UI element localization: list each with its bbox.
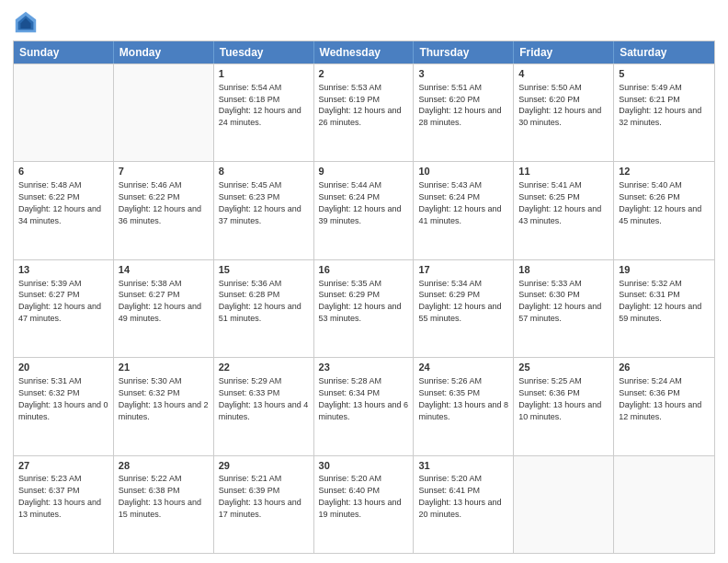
cal-cell-26: 26Sunrise: 5:24 AM Sunset: 6:36 PM Dayli… bbox=[614, 358, 714, 454]
header-day-wednesday: Wednesday bbox=[314, 41, 415, 63]
header-day-monday: Monday bbox=[114, 41, 214, 63]
calendar-row-3: 13Sunrise: 5:39 AM Sunset: 6:27 PM Dayli… bbox=[14, 259, 714, 357]
logo bbox=[13, 9, 42, 35]
cal-cell-3: 3Sunrise: 5:51 AM Sunset: 6:20 PM Daylig… bbox=[414, 64, 514, 161]
cal-cell-empty-4-5 bbox=[514, 456, 614, 553]
day-info: Sunrise: 5:48 AM Sunset: 6:22 PM Dayligh… bbox=[18, 180, 101, 224]
day-info: Sunrise: 5:31 AM Sunset: 6:32 PM Dayligh… bbox=[18, 376, 108, 420]
logo-icon bbox=[13, 9, 39, 35]
cal-cell-16: 16Sunrise: 5:35 AM Sunset: 6:29 PM Dayli… bbox=[314, 260, 415, 357]
day-number: 24 bbox=[418, 361, 508, 374]
cal-cell-19: 19Sunrise: 5:32 AM Sunset: 6:31 PM Dayli… bbox=[614, 260, 714, 357]
cal-cell-12: 12Sunrise: 5:40 AM Sunset: 6:26 PM Dayli… bbox=[614, 162, 714, 259]
day-number: 9 bbox=[319, 165, 409, 178]
day-number: 6 bbox=[18, 165, 108, 178]
day-info: Sunrise: 5:43 AM Sunset: 6:24 PM Dayligh… bbox=[418, 180, 501, 224]
day-number: 16 bbox=[319, 263, 409, 277]
cal-cell-5: 5Sunrise: 5:49 AM Sunset: 6:21 PM Daylig… bbox=[614, 64, 714, 161]
cal-cell-10: 10Sunrise: 5:43 AM Sunset: 6:24 PM Dayli… bbox=[414, 162, 514, 259]
cal-cell-2: 2Sunrise: 5:53 AM Sunset: 6:19 PM Daylig… bbox=[314, 64, 415, 161]
cal-cell-28: 28Sunrise: 5:22 AM Sunset: 6:38 PM Dayli… bbox=[114, 456, 214, 553]
cal-cell-30: 30Sunrise: 5:20 AM Sunset: 6:40 PM Dayli… bbox=[314, 456, 415, 553]
day-number: 26 bbox=[619, 361, 710, 374]
day-number: 23 bbox=[319, 361, 409, 374]
cal-cell-24: 24Sunrise: 5:26 AM Sunset: 6:35 PM Dayli… bbox=[414, 358, 514, 454]
cal-cell-23: 23Sunrise: 5:28 AM Sunset: 6:34 PM Dayli… bbox=[314, 358, 415, 454]
calendar-header: SundayMondayTuesdayWednesdayThursdayFrid… bbox=[14, 41, 714, 63]
header-day-thursday: Thursday bbox=[414, 41, 514, 63]
header-day-tuesday: Tuesday bbox=[214, 41, 314, 63]
day-info: Sunrise: 5:40 AM Sunset: 6:26 PM Dayligh… bbox=[619, 180, 701, 224]
day-info: Sunrise: 5:41 AM Sunset: 6:25 PM Dayligh… bbox=[518, 180, 601, 224]
day-info: Sunrise: 5:33 AM Sunset: 6:30 PM Dayligh… bbox=[518, 279, 601, 323]
day-info: Sunrise: 5:28 AM Sunset: 6:34 PM Dayligh… bbox=[319, 376, 409, 420]
day-info: Sunrise: 5:26 AM Sunset: 6:35 PM Dayligh… bbox=[418, 376, 508, 420]
day-info: Sunrise: 5:30 AM Sunset: 6:32 PM Dayligh… bbox=[119, 376, 209, 420]
day-info: Sunrise: 5:53 AM Sunset: 6:19 PM Dayligh… bbox=[319, 83, 402, 127]
day-number: 18 bbox=[518, 263, 609, 277]
day-info: Sunrise: 5:51 AM Sunset: 6:20 PM Dayligh… bbox=[418, 83, 501, 127]
cal-cell-7: 7Sunrise: 5:46 AM Sunset: 6:22 PM Daylig… bbox=[114, 162, 214, 259]
day-info: Sunrise: 5:22 AM Sunset: 6:38 PM Dayligh… bbox=[119, 474, 201, 518]
day-info: Sunrise: 5:38 AM Sunset: 6:27 PM Dayligh… bbox=[119, 279, 201, 323]
day-info: Sunrise: 5:49 AM Sunset: 6:21 PM Dayligh… bbox=[619, 83, 701, 127]
day-number: 13 bbox=[18, 263, 108, 277]
day-info: Sunrise: 5:36 AM Sunset: 6:28 PM Dayligh… bbox=[219, 279, 301, 323]
cal-cell-27: 27Sunrise: 5:23 AM Sunset: 6:37 PM Dayli… bbox=[14, 456, 114, 553]
day-info: Sunrise: 5:20 AM Sunset: 6:41 PM Dayligh… bbox=[418, 474, 501, 518]
header bbox=[13, 9, 715, 35]
day-info: Sunrise: 5:39 AM Sunset: 6:27 PM Dayligh… bbox=[18, 279, 101, 323]
day-number: 14 bbox=[119, 263, 209, 277]
cal-cell-21: 21Sunrise: 5:30 AM Sunset: 6:32 PM Dayli… bbox=[114, 358, 214, 454]
day-info: Sunrise: 5:25 AM Sunset: 6:36 PM Dayligh… bbox=[518, 376, 601, 420]
day-number: 20 bbox=[18, 361, 108, 374]
day-number: 21 bbox=[119, 361, 209, 374]
day-number: 1 bbox=[219, 67, 309, 81]
day-info: Sunrise: 5:21 AM Sunset: 6:39 PM Dayligh… bbox=[219, 474, 301, 518]
day-number: 12 bbox=[619, 165, 710, 178]
day-info: Sunrise: 5:24 AM Sunset: 6:36 PM Dayligh… bbox=[619, 376, 701, 420]
calendar-row-1: 1Sunrise: 5:54 AM Sunset: 6:18 PM Daylig… bbox=[14, 63, 714, 161]
cal-cell-13: 13Sunrise: 5:39 AM Sunset: 6:27 PM Dayli… bbox=[14, 260, 114, 357]
cal-cell-15: 15Sunrise: 5:36 AM Sunset: 6:28 PM Dayli… bbox=[214, 260, 314, 357]
cal-cell-29: 29Sunrise: 5:21 AM Sunset: 6:39 PM Dayli… bbox=[214, 456, 314, 553]
day-number: 3 bbox=[418, 67, 508, 81]
day-number: 30 bbox=[319, 459, 409, 473]
cal-cell-18: 18Sunrise: 5:33 AM Sunset: 6:30 PM Dayli… bbox=[514, 260, 614, 357]
day-number: 17 bbox=[418, 263, 508, 277]
day-info: Sunrise: 5:44 AM Sunset: 6:24 PM Dayligh… bbox=[319, 180, 402, 224]
calendar: SundayMondayTuesdayWednesdayThursdayFrid… bbox=[13, 40, 715, 554]
calendar-row-5: 27Sunrise: 5:23 AM Sunset: 6:37 PM Dayli… bbox=[14, 455, 714, 553]
day-number: 31 bbox=[418, 459, 508, 473]
day-info: Sunrise: 5:45 AM Sunset: 6:23 PM Dayligh… bbox=[219, 180, 301, 224]
day-number: 4 bbox=[518, 67, 609, 81]
cal-cell-1: 1Sunrise: 5:54 AM Sunset: 6:18 PM Daylig… bbox=[214, 64, 314, 161]
day-number: 28 bbox=[119, 459, 209, 473]
day-number: 10 bbox=[418, 165, 508, 178]
cal-cell-20: 20Sunrise: 5:31 AM Sunset: 6:32 PM Dayli… bbox=[14, 358, 114, 454]
day-number: 25 bbox=[518, 361, 609, 374]
cal-cell-empty-0-0 bbox=[14, 64, 114, 161]
header-day-friday: Friday bbox=[514, 41, 614, 63]
cal-cell-17: 17Sunrise: 5:34 AM Sunset: 6:29 PM Dayli… bbox=[414, 260, 514, 357]
cal-cell-25: 25Sunrise: 5:25 AM Sunset: 6:36 PM Dayli… bbox=[514, 358, 614, 454]
header-day-sunday: Sunday bbox=[14, 41, 114, 63]
day-number: 8 bbox=[219, 165, 309, 178]
day-number: 29 bbox=[219, 459, 309, 473]
day-info: Sunrise: 5:50 AM Sunset: 6:20 PM Dayligh… bbox=[518, 83, 601, 127]
day-number: 5 bbox=[619, 67, 710, 81]
day-number: 15 bbox=[219, 263, 309, 277]
day-info: Sunrise: 5:23 AM Sunset: 6:37 PM Dayligh… bbox=[18, 474, 101, 518]
day-info: Sunrise: 5:34 AM Sunset: 6:29 PM Dayligh… bbox=[418, 279, 501, 323]
day-number: 7 bbox=[119, 165, 209, 178]
cal-cell-empty-4-6 bbox=[614, 456, 714, 553]
cal-cell-22: 22Sunrise: 5:29 AM Sunset: 6:33 PM Dayli… bbox=[214, 358, 314, 454]
day-number: 11 bbox=[518, 165, 609, 178]
day-info: Sunrise: 5:46 AM Sunset: 6:22 PM Dayligh… bbox=[119, 180, 201, 224]
cal-cell-9: 9Sunrise: 5:44 AM Sunset: 6:24 PM Daylig… bbox=[314, 162, 415, 259]
day-info: Sunrise: 5:29 AM Sunset: 6:33 PM Dayligh… bbox=[219, 376, 309, 420]
calendar-body: 1Sunrise: 5:54 AM Sunset: 6:18 PM Daylig… bbox=[14, 63, 714, 553]
cal-cell-8: 8Sunrise: 5:45 AM Sunset: 6:23 PM Daylig… bbox=[214, 162, 314, 259]
day-number: 19 bbox=[619, 263, 710, 277]
header-day-saturday: Saturday bbox=[614, 41, 714, 63]
